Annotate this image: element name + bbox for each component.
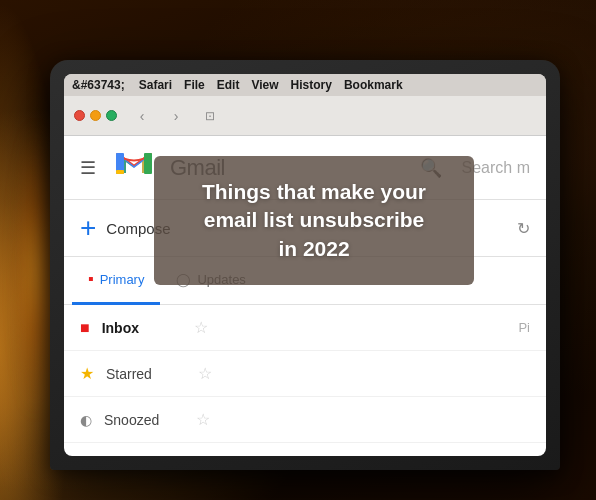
table-row[interactable]: ◐ Snoozed ☆ xyxy=(64,397,546,443)
svg-rect-3 xyxy=(116,170,124,174)
close-button[interactable] xyxy=(74,110,85,121)
snoozed-icon: ◐ xyxy=(80,412,92,428)
star-icon[interactable]: ☆ xyxy=(196,410,210,429)
browser-toolbar: ‹ › ⊡ xyxy=(64,96,546,136)
overlay-line2: email list unsubscribe xyxy=(204,208,425,231)
forward-button[interactable]: › xyxy=(163,105,189,127)
edit-menu-item[interactable]: Edit xyxy=(217,78,240,92)
inbox-icon: ▪ xyxy=(88,270,94,288)
back-button[interactable]: ‹ xyxy=(129,105,155,127)
table-row[interactable]: ★ Starred ☆ xyxy=(64,351,546,397)
compose-expand-icon: ↻ xyxy=(517,219,530,238)
inbox-icon-row: ■ xyxy=(80,319,90,337)
sender-label: Snoozed xyxy=(104,412,184,428)
file-menu-item[interactable]: File xyxy=(184,78,205,92)
gmail-logo xyxy=(116,150,152,186)
bookmarks-menu-item[interactable]: Bookmark xyxy=(344,78,403,92)
laptop-body: &#63743; Safari File Edit View History B… xyxy=(50,60,560,470)
view-menu-item[interactable]: View xyxy=(251,78,278,92)
maximize-button[interactable] xyxy=(106,110,117,121)
email-list: ■ Inbox ☆ Pi ★ Starred ☆ ◐ Snoozed ☆ xyxy=(64,305,546,443)
star-icon[interactable]: ☆ xyxy=(198,364,212,383)
overlay-line1: Things that make your xyxy=(202,180,426,203)
sender-label: Starred xyxy=(106,366,186,382)
safari-menu-item[interactable]: Safari xyxy=(139,78,172,92)
sender-label: Inbox xyxy=(102,320,182,336)
tab-primary-label: Primary xyxy=(100,272,145,287)
apple-menu[interactable]: &#63743; xyxy=(72,78,125,92)
tab-primary[interactable]: ▪ Primary xyxy=(72,257,160,305)
traffic-lights xyxy=(74,110,117,121)
table-row[interactable]: ■ Inbox ☆ Pi xyxy=(64,305,546,351)
overlay-line3: in 2022 xyxy=(278,237,349,260)
history-menu-item[interactable]: History xyxy=(291,78,332,92)
minimize-button[interactable] xyxy=(90,110,101,121)
overlay-text: Things that make your email list unsubsc… xyxy=(178,178,450,263)
tab-view-button[interactable]: ⊡ xyxy=(197,105,223,127)
compose-plus-icon: + xyxy=(80,212,96,244)
overlay-card: Things that make your email list unsubsc… xyxy=(154,156,474,285)
screen-bezel: &#63743; Safari File Edit View History B… xyxy=(64,74,546,456)
hamburger-icon[interactable]: ☰ xyxy=(80,157,96,179)
svg-rect-2 xyxy=(144,153,152,174)
email-time: Pi xyxy=(518,320,530,335)
macos-menu-bar: &#63743; Safari File Edit View History B… xyxy=(64,74,546,96)
star-icon[interactable]: ☆ xyxy=(194,318,208,337)
starred-icon[interactable]: ★ xyxy=(80,364,94,383)
browser-chrome: &#63743; Safari File Edit View History B… xyxy=(64,74,546,136)
